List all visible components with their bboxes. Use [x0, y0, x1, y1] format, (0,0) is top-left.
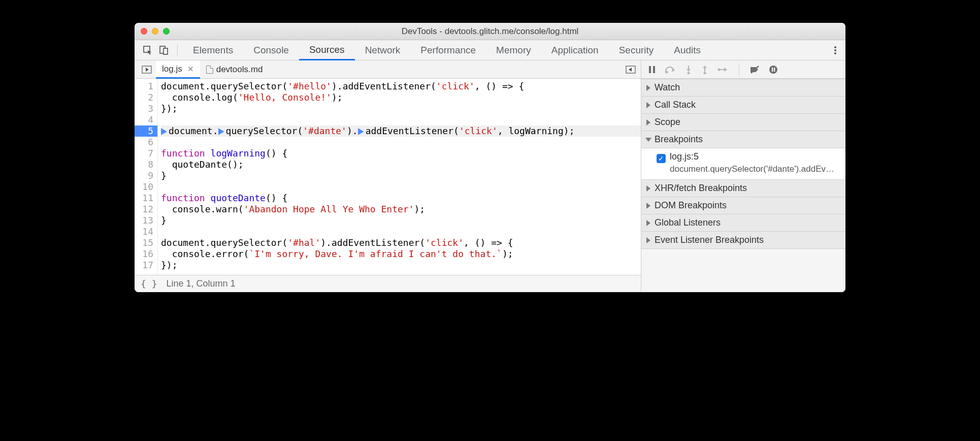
line-number[interactable]: 2: [135, 92, 153, 103]
step-over-icon[interactable]: [665, 66, 676, 74]
panel-tabs: ElementsConsoleSourcesNetworkPerformance…: [135, 40, 845, 60]
debugger-sidebar: WatchCall StackScopeBreakpoints✓log.js:5…: [641, 79, 845, 292]
zoom-window-button[interactable]: [163, 28, 170, 35]
sidebar-section-label: Event Listener Breakpoints: [655, 235, 764, 245]
pause-icon[interactable]: [648, 66, 656, 74]
disclosure-triangle-icon: [646, 220, 650, 226]
pretty-print-icon[interactable]: { }: [141, 278, 157, 289]
code-line[interactable]: [161, 181, 641, 193]
line-number[interactable]: 10: [135, 181, 153, 193]
line-number[interactable]: 7: [135, 148, 153, 159]
code-line[interactable]: [161, 114, 641, 125]
sidebar-section-label: Scope: [655, 117, 680, 128]
code-body[interactable]: document.querySelector('#hello').addEven…: [158, 79, 641, 275]
disclosure-triangle-icon: [646, 85, 650, 91]
panel-tab-console[interactable]: Console: [243, 40, 299, 60]
sources-toolbar-row: log.js✕devtools.md: [135, 60, 845, 79]
sidebar-section-breakpoints[interactable]: Breakpoints: [641, 131, 845, 148]
file-tab-label: log.js: [162, 64, 182, 74]
line-number[interactable]: 3: [135, 103, 153, 114]
line-number[interactable]: 16: [135, 248, 153, 260]
minimize-window-button[interactable]: [152, 28, 158, 35]
line-number-gutter[interactable]: 1234567891011121314151617: [135, 79, 158, 275]
close-tab-icon[interactable]: ✕: [187, 65, 194, 74]
code-line[interactable]: function logWarning() {: [161, 148, 641, 159]
code-line[interactable]: });: [161, 103, 641, 114]
code-line[interactable]: [161, 137, 641, 148]
pause-on-exceptions-icon[interactable]: [769, 65, 778, 74]
file-tab-devtools-md[interactable]: devtools.md: [200, 60, 269, 78]
line-number[interactable]: 11: [135, 193, 153, 204]
panel-tab-application[interactable]: Application: [541, 40, 609, 60]
panel-tab-audits[interactable]: Audits: [664, 40, 711, 60]
show-debugger-icon[interactable]: [620, 60, 641, 78]
line-number[interactable]: 17: [135, 260, 153, 271]
svg-point-5: [834, 52, 836, 54]
close-window-button[interactable]: [141, 28, 147, 35]
breakpoints-list: ✓log.js:5document.querySelector('#dante'…: [641, 148, 845, 179]
line-number[interactable]: 1: [135, 81, 153, 92]
step-icon[interactable]: [717, 66, 729, 73]
line-number[interactable]: 4: [135, 114, 153, 125]
code-line[interactable]: console.log('Hello, Console!');: [161, 92, 641, 103]
sidebar-section-event-listener-breakpoints[interactable]: Event Listener Breakpoints: [641, 231, 845, 249]
window-titlebar: DevTools - devtools.glitch.me/console/lo…: [135, 23, 845, 40]
line-number[interactable]: 13: [135, 215, 153, 226]
window-controls: [141, 28, 170, 35]
code-line[interactable]: }: [161, 215, 641, 226]
code-line[interactable]: document.querySelector('#hello').addEven…: [161, 81, 641, 92]
show-navigator-icon[interactable]: [138, 60, 156, 78]
sidebar-section-global-listeners[interactable]: Global Listeners: [641, 214, 845, 232]
panel-tab-memory[interactable]: Memory: [486, 40, 541, 60]
svg-rect-19: [772, 68, 773, 72]
panel-tab-network[interactable]: Network: [355, 40, 411, 60]
svg-point-18: [769, 66, 777, 74]
step-out-icon[interactable]: [701, 65, 708, 74]
panel-tab-performance[interactable]: Performance: [410, 40, 486, 60]
more-options-icon[interactable]: [825, 40, 845, 60]
file-tab-log-js[interactable]: log.js✕: [156, 60, 200, 79]
step-into-icon[interactable]: [685, 65, 692, 74]
code-line[interactable]: console.error(`I'm sorry, Dave. I'm afra…: [161, 248, 641, 260]
code-line[interactable]: function quoteDante() {: [161, 193, 641, 204]
sidebar-section-label: Global Listeners: [655, 217, 721, 228]
line-number[interactable]: 12: [135, 204, 153, 215]
sidebar-section-scope[interactable]: Scope: [641, 113, 845, 131]
svg-point-3: [834, 46, 836, 48]
panel-tab-elements[interactable]: Elements: [183, 40, 243, 60]
inspect-element-icon[interactable]: [140, 40, 156, 60]
device-toolbar-icon[interactable]: [156, 40, 172, 60]
svg-rect-8: [649, 66, 651, 73]
window-title: DevTools - devtools.glitch.me/console/lo…: [135, 26, 845, 37]
line-number[interactable]: 8: [135, 159, 153, 170]
svg-point-4: [834, 49, 836, 51]
code-line[interactable]: }: [161, 170, 641, 181]
sidebar-section-label: DOM Breakpoints: [655, 200, 727, 211]
sidebar-section-xhr-fetch-breakpoints[interactable]: XHR/fetch Breakpoints: [641, 179, 845, 197]
line-number[interactable]: 5: [135, 125, 157, 137]
breakpoint-checkbox[interactable]: ✓: [657, 154, 666, 163]
breakpoint-location: log.js:5: [670, 151, 699, 162]
code-line[interactable]: });: [161, 260, 641, 271]
panel-tab-security[interactable]: Security: [609, 40, 664, 60]
cursor-position: Line 1, Column 1: [167, 278, 236, 289]
sidebar-section-watch[interactable]: Watch: [641, 79, 845, 97]
code-line[interactable]: quoteDante();: [161, 159, 641, 170]
file-icon: [206, 66, 213, 74]
deactivate-breakpoints-icon[interactable]: [749, 66, 760, 74]
sidebar-section-dom-breakpoints[interactable]: DOM Breakpoints: [641, 197, 845, 214]
breakpoint-item[interactable]: ✓log.js:5: [657, 151, 840, 163]
sidebar-section-call-stack[interactable]: Call Stack: [641, 96, 845, 114]
code-editor[interactable]: 1234567891011121314151617 document.query…: [135, 79, 641, 292]
line-number[interactable]: 15: [135, 237, 153, 248]
line-number[interactable]: 14: [135, 226, 153, 237]
line-number[interactable]: 6: [135, 137, 153, 148]
panel-tab-sources[interactable]: Sources: [299, 40, 355, 60]
line-number[interactable]: 9: [135, 170, 153, 181]
code-line[interactable]: [161, 226, 641, 237]
code-line[interactable]: console.warn('Abandon Hope All Ye Who En…: [161, 204, 641, 215]
code-line[interactable]: document.querySelector('#dante').addEven…: [161, 125, 641, 137]
file-tab-label: devtools.md: [216, 65, 263, 75]
svg-rect-2: [164, 48, 168, 54]
code-line[interactable]: document.querySelector('#hal').addEventL…: [161, 237, 641, 248]
